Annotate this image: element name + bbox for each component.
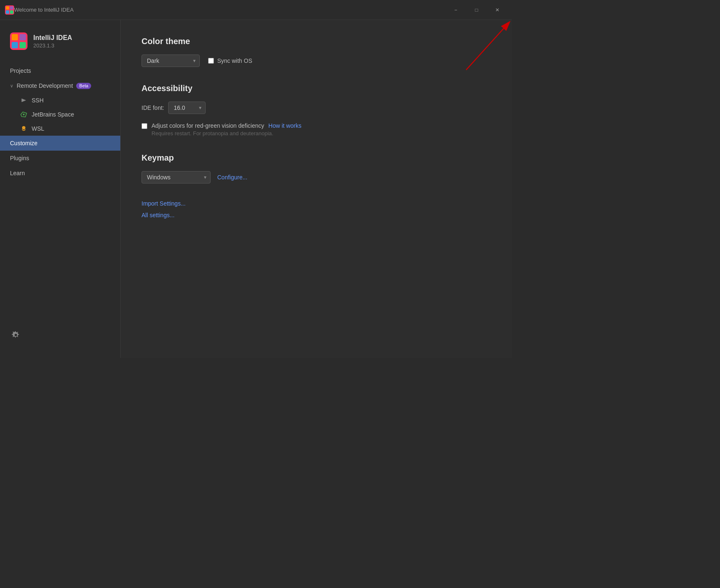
color-adjust-content: Adjust colors for red-green vision defic… xyxy=(151,122,301,136)
remote-dev-chevron-icon: ∨ xyxy=(10,83,13,89)
brand-header: IntelliJ IDEA 2023.1.3 xyxy=(0,28,120,60)
window-controls: − □ ✕ xyxy=(446,3,507,17)
brand-logo-icon xyxy=(10,32,27,50)
window-title: Welcome to IntelliJ IDEA xyxy=(14,7,446,13)
sidebar-item-remote-development[interactable]: ∨ Remote Development Beta xyxy=(0,78,120,93)
maximize-button[interactable]: □ xyxy=(467,3,486,17)
keymap-dropdown-wrapper: Windows macOS Linux Default for GNOME De… xyxy=(142,171,211,184)
sidebar-item-projects[interactable]: Projects xyxy=(0,63,120,78)
svg-rect-9 xyxy=(20,42,26,48)
sidebar: IntelliJ IDEA 2023.1.3 Projects ∨ Remote… xyxy=(0,20,121,358)
color-adjust-main-row: Adjust colors for red-green vision defic… xyxy=(151,122,301,129)
color-adjust-row: Adjust colors for red-green vision defic… xyxy=(142,122,491,136)
brand-version: 2023.1.3 xyxy=(33,42,72,49)
sidebar-item-jetbrains-space[interactable]: JetBrains Space xyxy=(0,107,120,122)
svg-rect-4 xyxy=(10,10,13,14)
theme-dropdown-wrapper: Dark Light High Contrast xyxy=(142,55,200,67)
content-area: Color theme Dark Light High Contrast Syn… xyxy=(121,20,512,358)
accessibility-sub-text: Requires restart. For protanopia and deu… xyxy=(151,130,301,136)
how-it-works-link[interactable]: How it works xyxy=(268,122,301,129)
close-button[interactable]: ✕ xyxy=(488,3,507,17)
settings-gear-button[interactable] xyxy=(10,329,22,343)
sidebar-item-plugins[interactable]: Plugins xyxy=(0,151,120,166)
ide-font-label: IDE font: xyxy=(142,104,164,111)
keymap-row: Windows macOS Linux Default for GNOME De… xyxy=(142,171,491,184)
keymap-dropdown[interactable]: Windows macOS Linux Default for GNOME De… xyxy=(142,171,211,184)
color-adjust-checkbox[interactable] xyxy=(142,123,147,129)
svg-rect-1 xyxy=(6,6,9,10)
color-adjust-label: Adjust colors for red-green vision defic… xyxy=(151,122,264,129)
color-theme-section: Color theme Dark Light High Contrast Syn… xyxy=(142,37,491,67)
sidebar-footer xyxy=(0,323,120,350)
brand-info: IntelliJ IDEA 2023.1.3 xyxy=(33,34,72,49)
sync-with-os-label: Sync with OS xyxy=(217,57,252,64)
svg-rect-7 xyxy=(20,34,26,40)
theme-row: Dark Light High Contrast Sync with OS xyxy=(142,55,491,67)
minimize-button[interactable]: − xyxy=(446,3,465,17)
svg-rect-3 xyxy=(6,10,9,14)
sidebar-item-wsl[interactable]: WSL xyxy=(0,122,120,136)
settings-links-section: Import Settings... All settings... xyxy=(142,200,491,218)
all-settings-link[interactable]: All settings... xyxy=(142,212,491,218)
configure-link[interactable]: Configure... xyxy=(217,174,247,181)
sidebar-item-learn[interactable]: Learn xyxy=(0,166,120,181)
keymap-section: Keymap Windows macOS Linux Default for G… xyxy=(142,153,491,184)
intellij-title-icon xyxy=(5,5,14,15)
svg-rect-2 xyxy=(10,6,13,10)
sidebar-item-ssh[interactable]: SSH xyxy=(0,93,120,107)
wsl-icon xyxy=(20,125,27,132)
svg-marker-10 xyxy=(22,99,26,102)
font-dropdown-wrapper: 12.0 13.0 14.0 16.0 18.0 20.0 xyxy=(168,102,206,114)
svg-rect-8 xyxy=(12,42,18,48)
ssh-icon xyxy=(20,97,27,104)
font-row: IDE font: 12.0 13.0 14.0 16.0 18.0 20.0 xyxy=(142,102,491,114)
sidebar-item-customize[interactable]: Customize xyxy=(0,136,120,151)
import-settings-link[interactable]: Import Settings... xyxy=(142,200,491,207)
color-theme-title: Color theme xyxy=(142,37,491,46)
sync-with-os-row: Sync with OS xyxy=(208,57,252,64)
sync-with-os-checkbox[interactable] xyxy=(208,58,214,64)
jetbrains-space-icon xyxy=(20,111,27,118)
color-theme-dropdown[interactable]: Dark Light High Contrast xyxy=(142,55,200,67)
accessibility-title: Accessibility xyxy=(142,84,491,93)
font-size-dropdown[interactable]: 12.0 13.0 14.0 16.0 18.0 20.0 xyxy=(168,102,206,114)
brand-name: IntelliJ IDEA xyxy=(33,34,72,42)
main-layout: IntelliJ IDEA 2023.1.3 Projects ∨ Remote… xyxy=(0,20,512,358)
svg-point-14 xyxy=(22,126,25,129)
title-bar: Welcome to IntelliJ IDEA − □ ✕ xyxy=(0,0,512,20)
svg-rect-6 xyxy=(12,34,18,40)
beta-badge: Beta xyxy=(76,83,91,89)
gear-icon xyxy=(12,331,20,339)
keymap-title: Keymap xyxy=(142,153,491,163)
svg-point-13 xyxy=(23,114,25,115)
sidebar-nav: Projects ∨ Remote Development Beta SSH xyxy=(0,60,120,323)
accessibility-section: Accessibility IDE font: 12.0 13.0 14.0 1… xyxy=(142,84,491,136)
